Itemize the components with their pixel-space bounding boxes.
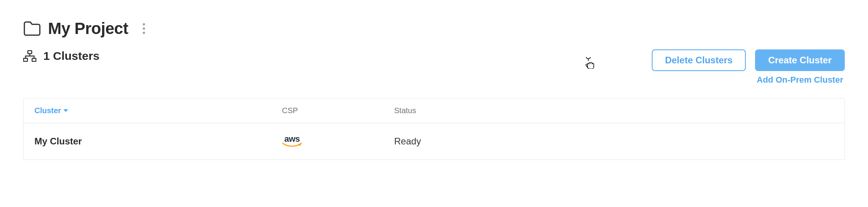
clusters-subheader: 1 Clusters Delete Clusters Create Cluste… (23, 49, 845, 85)
svg-rect-1 (24, 58, 27, 61)
table-header-row: Cluster CSP Status (24, 98, 844, 123)
clusters-count-group: 1 Clusters (23, 49, 99, 63)
folder-icon (23, 21, 41, 36)
svg-rect-0 (28, 51, 32, 54)
column-header-csp: CSP (282, 106, 298, 115)
delete-clusters-button[interactable]: Delete Clusters (652, 49, 746, 71)
svg-rect-2 (32, 58, 36, 61)
status-cell: Ready (394, 136, 421, 146)
column-header-cluster-label: Cluster (34, 106, 61, 115)
project-menu-button[interactable] (137, 19, 150, 38)
clusters-table: Cluster CSP Status My Cluster aws (23, 98, 845, 160)
create-cluster-button[interactable]: Create Cluster (755, 49, 845, 71)
column-header-cluster[interactable]: Cluster (34, 106, 68, 115)
csp-cell-text: aws (284, 135, 300, 143)
clusters-icon (23, 50, 36, 62)
add-onprem-cluster-link[interactable]: Add On-Prem Cluster (757, 75, 843, 85)
project-header: My Project (23, 19, 845, 38)
table-row[interactable]: My Cluster aws Ready (24, 123, 844, 159)
cluster-name-cell: My Cluster (34, 136, 82, 146)
aws-logo-icon: aws (282, 135, 302, 148)
project-title: My Project (48, 19, 128, 38)
clusters-count-label: 1 Clusters (43, 49, 99, 63)
column-header-status: Status (394, 106, 416, 115)
actions-group: Delete Clusters Create Cluster Add On-Pr… (652, 49, 845, 85)
sort-caret-down-icon (63, 109, 68, 112)
